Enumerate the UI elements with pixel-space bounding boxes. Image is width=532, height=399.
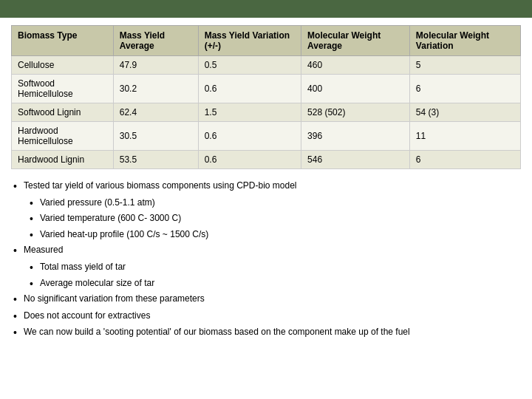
bullet-dot: •	[13, 244, 24, 259]
bullet-item: •Tested tar yield of various biomass com…	[13, 180, 519, 194]
sub-bullet-item: •Varied temperature (600 C- 3000 C)	[30, 212, 519, 227]
bullet-text: Tested tar yield of various biomass comp…	[24, 180, 297, 192]
bullet-item: •Measured	[13, 244, 519, 259]
sub-bullet-text: Varied temperature (600 C- 3000 C)	[40, 212, 181, 225]
bullet-item: •No significant variation from these par…	[13, 293, 519, 307]
sub-bullet-text: Total mass yield of tar	[40, 261, 126, 273]
table-cell: 53.5	[113, 151, 198, 169]
table-row: Cellulose47.90.54605	[12, 56, 521, 75]
col-mass-yield-var: Mass Yield Variation (+/-)	[198, 26, 301, 56]
table-cell: 528 (502)	[301, 103, 410, 122]
col-biomass-type: Biomass Type	[12, 26, 114, 56]
sub-bullet-dot: •	[30, 277, 40, 292]
table-cell: Hardwood Hemicellulose	[12, 122, 114, 151]
bullet-item: •Does not account for extractives	[13, 310, 519, 324]
sub-bullet-text: Varied pressure (0.5-1.1 atm)	[40, 197, 155, 209]
bullet-item: •We can now build a 'sooting potential' …	[13, 326, 519, 341]
table-cell: 6	[409, 151, 520, 169]
data-table: Biomass Type Mass Yield Average Mass Yie…	[11, 25, 521, 169]
col-mol-weight-var: Molecular Weight Variation	[409, 26, 520, 56]
table-cell: 30.5	[113, 122, 198, 151]
table-cell: 30.2	[113, 75, 198, 103]
sub-bullet-text: Varied heat-up profile (100 C/s ~ 1500 C…	[40, 228, 208, 241]
table-cell: 5	[409, 56, 520, 75]
table-cell: 546	[301, 151, 410, 169]
table-cell: Cellulose	[12, 56, 114, 75]
sub-bullet-item: •Total mass yield of tar	[30, 261, 519, 276]
table-cell: Softwood Hemicellulose	[12, 75, 114, 103]
sub-bullet-item: •Varied heat-up profile (100 C/s ~ 1500 …	[30, 228, 519, 243]
table-cell: 0.6	[198, 151, 301, 169]
table-row: Softwood Hemicellulose30.20.64006	[12, 75, 521, 103]
page-title	[0, 0, 532, 18]
bullet-dot: •	[13, 326, 24, 341]
table-cell: 11	[409, 122, 520, 151]
table-row: Hardwood Hemicellulose30.50.639611	[12, 122, 521, 151]
bullet-text: We can now build a 'sooting potential' o…	[24, 326, 410, 338]
bullet-text: No significant variation from these para…	[24, 293, 205, 305]
table-cell: 62.4	[113, 103, 198, 122]
table-cell: Softwood Lignin	[12, 103, 114, 122]
table-row: Hardwood Lignin53.50.65466	[12, 151, 521, 169]
sub-bullet-item: •Varied pressure (0.5-1.1 atm)	[30, 197, 519, 211]
table-container: Biomass Type Mass Yield Average Mass Yie…	[0, 18, 532, 174]
table-cell: 396	[301, 122, 410, 151]
sub-bullet-text: Average molecular size of tar	[40, 277, 154, 290]
table-cell: 460	[301, 56, 410, 75]
table-cell: 0.6	[198, 75, 301, 103]
table-header-row: Biomass Type Mass Yield Average Mass Yie…	[12, 26, 521, 56]
sub-bullet-dot: •	[30, 228, 40, 243]
table-cell: Hardwood Lignin	[12, 151, 114, 169]
table-cell: 54 (3)	[409, 103, 520, 122]
bullet-text: Measured	[24, 244, 63, 256]
table-cell: 6	[409, 75, 520, 103]
bullets-section: •Tested tar yield of various biomass com…	[0, 174, 532, 349]
col-mol-weight-avg: Molecular Weight Average	[301, 26, 410, 56]
sub-bullet-dot: •	[30, 197, 40, 211]
table-cell: 47.9	[113, 56, 198, 75]
bullet-dot: •	[13, 293, 24, 307]
col-mass-yield-avg: Mass Yield Average	[113, 26, 198, 56]
table-cell: 0.5	[198, 56, 301, 75]
sub-bullet-dot: •	[30, 261, 40, 276]
bullet-dot: •	[13, 180, 24, 194]
sub-bullet-item: •Average molecular size of tar	[30, 277, 519, 292]
table-row: Softwood Lignin62.41.5528 (502)54 (3)	[12, 103, 521, 122]
table-cell: 1.5	[198, 103, 301, 122]
bullet-dot: •	[13, 310, 24, 324]
sub-bullet-dot: •	[30, 212, 40, 227]
bullet-text: Does not account for extractives	[24, 310, 150, 322]
table-cell: 400	[301, 75, 410, 103]
table-cell: 0.6	[198, 122, 301, 151]
